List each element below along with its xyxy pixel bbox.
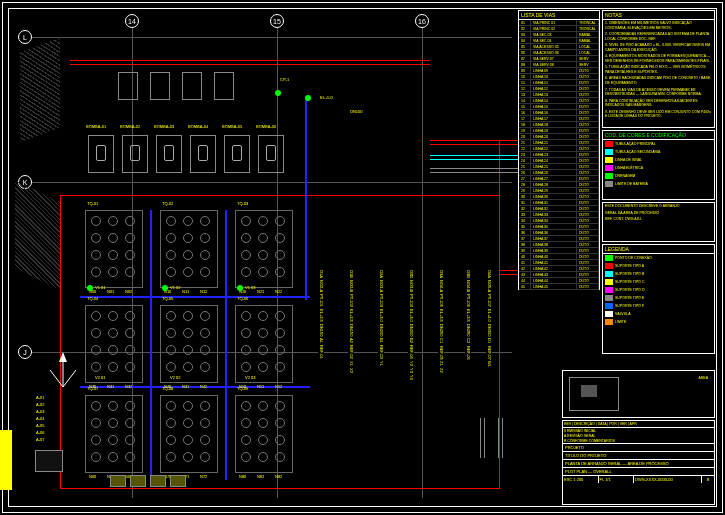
tank-4-1-1 xyxy=(183,328,193,338)
axis-top-15: 15 xyxy=(270,14,284,28)
pipe-top xyxy=(70,60,430,61)
tank-8-0-0 xyxy=(241,401,251,411)
tank-5-2-2 xyxy=(275,345,285,355)
panel-notas-title: NOTAS xyxy=(603,11,714,20)
codigo-line: LINHA DE SINAL xyxy=(603,156,714,164)
vcol-4: O3ANO4-APT-105EL+3.5DN250C1REF-05Z1Z2 xyxy=(438,270,444,373)
nota-line: 6. ÁREAS HACHURADAS INDICAM PISO DE CONC… xyxy=(603,75,714,86)
tank-1-0-1 xyxy=(183,216,193,226)
equip-upper-1 xyxy=(118,72,138,100)
tank-7-0-2 xyxy=(200,401,210,411)
tank-4-3-1 xyxy=(183,362,193,372)
tankbank-label-6: TQ-07 xyxy=(87,387,98,391)
tank-6-1-1 xyxy=(108,418,118,428)
tanktag-2-1: N21 xyxy=(257,290,264,294)
gridline-v3 xyxy=(422,28,423,498)
tankbank-label-0: TQ-01 xyxy=(87,202,98,206)
pipe-main-h2 xyxy=(60,488,500,489)
tb-title1: TÍTULO DO PROJETO xyxy=(563,452,714,460)
pipe-out2 xyxy=(430,144,525,145)
tank-8-0-2 xyxy=(275,401,285,411)
tank-5-0-1 xyxy=(258,311,268,321)
tank-3-3-2 xyxy=(125,362,135,372)
pump-label-2: BOMBA-03 xyxy=(154,125,174,129)
pipe-main-v2 xyxy=(499,140,500,489)
tank-6-0-2 xyxy=(125,401,135,411)
tank-4-3-2 xyxy=(200,362,210,372)
tank-7-0-1 xyxy=(183,401,193,411)
nota-line: 3. NÍVEL DE PISO ACABADO = EL. 0.000. VE… xyxy=(603,42,714,53)
vcol-2: O2ANO3-APT-103EL+3.0DN200B1REF-03Y1 xyxy=(378,270,384,366)
tank-8-2-2 xyxy=(275,435,285,445)
tank-4-1-2 xyxy=(200,328,210,338)
tank-8-3-2 xyxy=(275,452,285,462)
pipe-out1 xyxy=(430,140,525,141)
tank-0-2-0 xyxy=(91,250,101,260)
tank-5-1-2 xyxy=(275,328,285,338)
marker-4 xyxy=(162,285,168,291)
tank-5-1-1 xyxy=(258,328,268,338)
tank-4-3-0 xyxy=(166,362,176,372)
tank-4-2-2 xyxy=(200,345,210,355)
tank-7-2-1 xyxy=(183,435,193,445)
tank-0-3-2 xyxy=(125,267,135,277)
tank-6-3-2 xyxy=(125,452,135,462)
tank-1-3-0 xyxy=(166,267,176,277)
tank-6-1-0 xyxy=(91,418,101,428)
panel-lista: LISTA DE VIAS 01VIA PRINC 01TRONCAL02VIA… xyxy=(518,10,600,290)
fold-mark xyxy=(0,430,12,490)
tank-5-1-0 xyxy=(241,328,251,338)
tank-0-3-0 xyxy=(91,267,101,277)
tank-2-1-1 xyxy=(258,233,268,243)
tank-5-2-1 xyxy=(258,345,268,355)
tank-5-0-2 xyxy=(275,311,285,321)
gridline-h2 xyxy=(32,182,512,183)
legenda-line: SUPORTE TIPO B xyxy=(603,270,714,278)
tank-8-1-2 xyxy=(275,418,285,428)
tankbank-label-8: TQ-09 xyxy=(237,387,248,391)
pipe-top2 xyxy=(70,64,430,65)
tank-0-2-2 xyxy=(125,250,135,260)
tank-7-3-0 xyxy=(166,452,176,462)
tank-0-0-0 xyxy=(91,216,101,226)
svg-line-3 xyxy=(63,370,76,387)
tank-0-1-2 xyxy=(125,233,135,243)
panel-codigo-title: COD. DE CORES E CODIFICAÇÃO xyxy=(603,131,714,140)
tank-7-2-0 xyxy=(166,435,176,445)
tank-2-3-0 xyxy=(241,267,251,277)
tag-mid-6: V2 03 xyxy=(245,376,255,380)
rev-header: REV | DESCRIÇÃO | DATA | POR | VER | APR xyxy=(563,421,714,428)
equip-bl-1 xyxy=(35,450,63,472)
tank-5-0-0 xyxy=(241,311,251,321)
tanktag-6-0: N60 xyxy=(89,475,96,479)
tank-0-1-1 xyxy=(108,233,118,243)
tanktag-8-1: N81 xyxy=(257,475,264,479)
tagcol-left: A-01A-02A-03A-04A-05A-06A-07 xyxy=(35,395,45,442)
marker-5 xyxy=(237,285,243,291)
tank-2-2-0 xyxy=(241,250,251,260)
tb-title2: PLANTA DE ARRANJO GERAL — ÁREA DE PROCES… xyxy=(563,460,714,468)
rev-row: B CONFORME COMENTÁRIOS xyxy=(563,438,714,443)
tankbank-label-1: TQ-02 xyxy=(162,202,173,206)
nota-line: 2. COORDENADAS REFERENCIADAS AO SISTEMA … xyxy=(603,31,714,42)
tank-7-1-2 xyxy=(200,418,210,428)
tank-0-0-1 xyxy=(108,216,118,226)
legenda-line: SUPORTE TIPO D xyxy=(603,286,714,294)
axis-top-16: 16 xyxy=(415,14,429,28)
tag-mid-2: V1 02 xyxy=(170,286,180,290)
tanktag-4-1: N41 xyxy=(182,385,189,389)
legenda-line: SUPORTE TIPO A xyxy=(603,262,714,270)
tanktag-3-1: N31 xyxy=(107,385,114,389)
tank-8-2-0 xyxy=(241,435,251,445)
tank-2-3-1 xyxy=(258,267,268,277)
gridline-h1 xyxy=(32,37,512,38)
tank-1-3-2 xyxy=(200,267,210,277)
tag-top-2: EL+5.0 xyxy=(320,96,333,100)
tank-2-2-1 xyxy=(258,250,268,260)
vcol-3: O2BNO3-BPT-104EL+3.0DN200B2REF-04Y2Y3Y4 xyxy=(408,270,414,380)
tank-1-2-0 xyxy=(166,250,176,260)
legenda-line: VÁLVULA xyxy=(603,310,714,318)
tb-rev: B xyxy=(702,476,714,483)
tank-3-1-2 xyxy=(125,328,135,338)
marker-1 xyxy=(275,90,281,96)
